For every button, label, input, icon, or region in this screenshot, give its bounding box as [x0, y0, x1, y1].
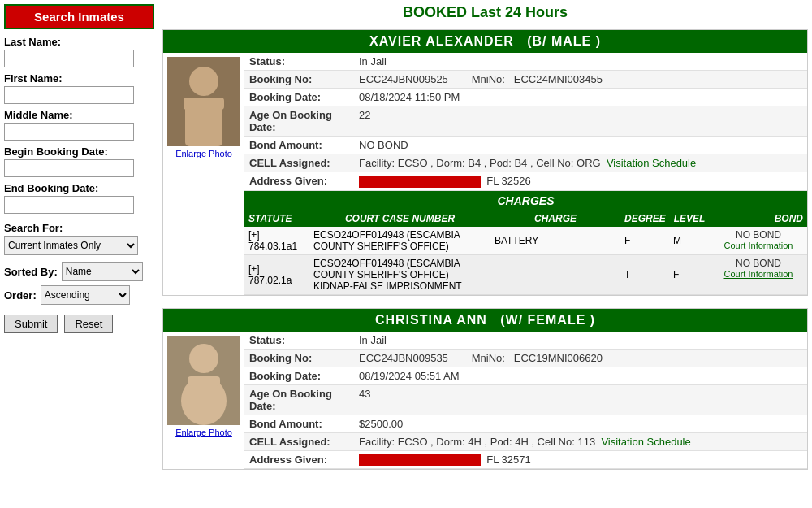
charge-bond-2: NO BOND Court Information	[710, 255, 807, 294]
charge-bond-1: NO BOND Court Information	[710, 227, 807, 254]
end-booking-label: End Booking Date:	[4, 182, 154, 194]
booking-no-value-c: ECC24JBN009535 MniNo: ECC19MNI006620	[354, 350, 807, 367]
info-row-booking-date: Booking Date: 08/18/2024 11:50 PM	[244, 89, 807, 106]
first-name-input[interactable]	[4, 86, 134, 104]
reset-button[interactable]: Reset	[64, 315, 113, 333]
col-header-degree: DEGREE	[620, 211, 669, 227]
visitation-link-christina[interactable]: Visitation Schedule	[601, 436, 690, 448]
charge-level-2: F	[669, 255, 710, 294]
inmate-info-col-xavier: Status: In Jail Booking No: ECC24JBN0095…	[244, 53, 807, 295]
charge-charge-1: BATTERY	[490, 227, 620, 254]
age-label-c: Age On Booking Date:	[244, 385, 354, 415]
booking-no-label-c: Booking No:	[244, 350, 354, 367]
address-label-c: Address Given:	[244, 451, 354, 469]
booking-date-label-c: Booking Date:	[244, 367, 354, 384]
charge-level-1: M	[669, 227, 710, 254]
booking-no-value: ECC24JBN009525 MniNo: ECC24MNI003455	[354, 71, 807, 88]
last-name-input[interactable]	[4, 50, 134, 67]
inmate-photo-col-xavier: Enlarge Photo	[163, 53, 244, 295]
sidebar-title: Search Inmates	[4, 4, 154, 29]
inmate-descriptor-xavier: (B/ MALE )	[527, 34, 601, 48]
address-value-c: FL 32571	[354, 451, 807, 469]
inmate-photo-col-christina: Enlarge Photo	[163, 332, 244, 470]
col-header-charge: CHARGE	[490, 211, 620, 227]
mni-label: MniNo:	[472, 73, 505, 85]
sorted-by-select[interactable]: Name Booking Date	[62, 262, 143, 281]
begin-booking-input[interactable]	[4, 159, 134, 177]
redacted-address-christina	[359, 454, 481, 466]
charge-degree-2: T	[620, 255, 669, 294]
charge-degree-1: F	[620, 227, 669, 254]
mni-value-c: ECC19MNI006620	[514, 352, 603, 364]
col-header-bond: BOND	[710, 211, 807, 227]
info-row-bond-c: Bond Amount: $2500.00	[244, 415, 807, 433]
order-label: Order:	[4, 289, 37, 302]
inmate-info-col-christina: Status: In Jail Booking No: ECC24JBN0095…	[244, 332, 807, 470]
inmate-photo-xavier	[167, 57, 240, 146]
end-booking-input[interactable]	[4, 196, 134, 214]
bond-amount-label-c: Bond Amount:	[244, 415, 354, 432]
cell-assigned-label: CELL Assigned:	[244, 154, 354, 172]
charge-charge-2	[490, 255, 620, 294]
inmate-photo-christina	[167, 336, 240, 425]
col-header-statute: STATUTE	[244, 211, 309, 227]
bond-amount-value: NO BOND	[354, 137, 807, 154]
charge-row-2: [+] 787.02.1a ECSO24OFF014948 (ESCAMBIA …	[244, 255, 807, 295]
info-row-bond: Bond Amount: NO BOND	[244, 137, 807, 154]
bond-amount-value-c: $2500.00	[354, 415, 807, 432]
booked-header: BOOKED Last 24 Hours	[162, 4, 808, 21]
inmate-name-bar-xavier: XAVIER ALEXANDER (B/ MALE )	[163, 30, 807, 53]
charges-col-header-xavier: STATUTE COURT CASE NUMBER CHARGE DEGREE …	[244, 211, 807, 227]
booking-no-label: Booking No:	[244, 71, 354, 88]
charges-section-xavier: CHARGES STATUTE COURT CASE NUMBER CHARGE…	[244, 191, 807, 295]
status-label-c: Status:	[244, 332, 354, 349]
inmate-descriptor-christina: (W/ FEMALE )	[500, 313, 595, 327]
submit-button[interactable]: Submit	[4, 315, 58, 333]
middle-name-input[interactable]	[4, 123, 134, 141]
begin-booking-label: Begin Booking Date:	[4, 145, 154, 158]
cell-assigned-value-c: Facility: ECSO , Dorm: 4H , Pod: 4H , Ce…	[354, 433, 807, 450]
col-header-case: COURT CASE NUMBER	[309, 211, 490, 227]
age-value-c: 43	[354, 385, 807, 415]
info-row-age: Age On Booking Date: 22	[244, 106, 807, 137]
svg-point-1	[189, 67, 218, 96]
charge-statute-2: [+] 787.02.1a	[244, 255, 309, 294]
first-name-label: First Name:	[4, 72, 154, 85]
inmate-card-christina: CHRISTINA ANN (W/ FEMALE ) Enlarge Photo	[162, 308, 808, 471]
inmate-name-bar-christina: CHRISTINA ANN (W/ FEMALE )	[163, 309, 807, 332]
svg-rect-7	[188, 376, 220, 386]
svg-point-5	[189, 344, 218, 373]
info-row-address: Address Given: FL 32526	[244, 172, 807, 191]
inmate-name-christina: CHRISTINA ANN	[375, 313, 487, 327]
cell-assigned-value: Facility: ECSO , Dorm: B4 , Pod: B4 , Ce…	[354, 154, 807, 172]
booking-date-value-c: 08/19/2024 05:51 AM	[354, 367, 807, 384]
address-value: FL 32526	[354, 172, 807, 190]
info-row-booking-no-c: Booking No: ECC24JBN009535 MniNo: ECC19M…	[244, 350, 807, 367]
info-row-booking-date-c: Booking Date: 08/19/2024 05:51 AM	[244, 367, 807, 385]
cell-assigned-label-c: CELL Assigned:	[244, 433, 354, 450]
svg-rect-3	[184, 98, 224, 110]
address-label: Address Given:	[244, 172, 354, 190]
booking-date-label: Booking Date:	[244, 89, 354, 106]
redacted-address-xavier	[359, 176, 481, 188]
info-row-cell: CELL Assigned: Facility: ECSO , Dorm: B4…	[244, 154, 807, 172]
court-info-link-1[interactable]: Court Information	[724, 241, 793, 250]
charges-header-xavier: CHARGES	[244, 191, 807, 211]
search-for-select[interactable]: Current Inmates Only All Inmates	[4, 236, 138, 255]
col-header-level: LEVEL	[669, 211, 710, 227]
bond-amount-label: Bond Amount:	[244, 137, 354, 154]
status-value: In Jail	[354, 53, 807, 70]
info-row-status: Status: In Jail	[244, 53, 807, 71]
order-select[interactable]: Ascending Descending	[41, 285, 130, 305]
info-row-address-c: Address Given: FL 32571	[244, 451, 807, 470]
enlarge-link-christina[interactable]: Enlarge Photo	[175, 428, 232, 437]
inmate-name-xavier: XAVIER ALEXANDER	[369, 34, 514, 48]
inmate-card-xavier: XAVIER ALEXANDER (B/ MALE ) Enlarge Phot…	[162, 29, 808, 296]
charge-case-1: ECSO24OFF014948 (ESCAMBIA COUNTY SHERIFF…	[309, 227, 490, 254]
charge-case-2: ECSO24OFF014948 (ESCAMBIA COUNTY SHERIFF…	[309, 255, 490, 294]
visitation-link-xavier[interactable]: Visitation Schedule	[607, 157, 696, 169]
enlarge-link-xavier[interactable]: Enlarge Photo	[175, 149, 232, 158]
court-info-link-2[interactable]: Court Information	[724, 269, 793, 279]
info-row-booking-no: Booking No: ECC24JBN009525 MniNo: ECC24M…	[244, 71, 807, 89]
mni-value: ECC24MNI003455	[514, 73, 603, 85]
